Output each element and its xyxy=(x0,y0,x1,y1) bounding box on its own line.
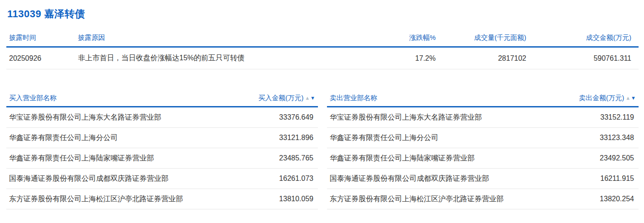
sell-amount-sort-control[interactable]: 卖出金额(万元) ▲ ▼ xyxy=(579,94,636,102)
summary-data-row: 20250926 非上市首日，当日收盘价涨幅达15%的前五只可转债 17.2% … xyxy=(6,48,639,69)
branch-name: 东方证券股份有限公司上海松江区沪亭北路证券营业部 xyxy=(330,194,504,204)
branch-name: 华鑫证券有限责任公司上海陆家嘴证券营业部 xyxy=(9,154,154,163)
summary-header-reason: 披露原因 xyxy=(78,34,322,42)
buy-table-header-row: 买入营业部名称 买入金额(万元) ▲ ▼ xyxy=(6,94,318,107)
buy-sort-icons: ▲ ▼ xyxy=(305,96,315,101)
branch-name: 华鑫证券有限责任公司上海分公司 xyxy=(9,133,118,143)
branch-amount: 33376.649 xyxy=(274,113,313,121)
summary-header-row: 披露时间 披露原因 涨跌幅% 成交量(千元面额) 成交金额(万元) xyxy=(6,34,639,48)
disclosure-summary-table: 披露时间 披露原因 涨跌幅% 成交量(千元面额) 成交金额(万元) 202509… xyxy=(6,34,639,69)
branch-amount: 13810.059 xyxy=(274,195,313,203)
sell-branch-table: 卖出营业部名称 卖出金额(万元) ▲ ▼ 华宝证券股份有限公司上海东大名路证券营… xyxy=(327,94,639,209)
table-row: 华鑫证券有限责任公司上海陆家嘴证券营业部 23485.765 xyxy=(6,148,318,169)
branch-name: 华鑫证券有限责任公司上海分公司 xyxy=(330,133,438,143)
buy-branch-name-header: 买入营业部名称 xyxy=(9,94,57,102)
summary-header-time: 披露时间 xyxy=(9,34,78,42)
branch-name: 华宝证券股份有限公司上海东大名路证券营业部 xyxy=(9,113,161,122)
table-row: 华宝证券股份有限公司上海东大名路证券营业部 33376.649 xyxy=(6,107,318,128)
branch-amount: 33123.348 xyxy=(594,134,634,142)
branch-name: 国泰海通证券股份有限公司成都双庆路证券营业部 xyxy=(330,174,489,184)
table-row: 国泰海通证券股份有限公司成都双庆路证券营业部 16261.073 xyxy=(6,169,318,189)
summary-header-volume: 成交量(千元面额) xyxy=(436,34,526,42)
summary-header-amount: 成交金额(万元) xyxy=(526,34,631,42)
trade-volume: 2817102 xyxy=(436,54,526,63)
trade-amount: 590761.311 xyxy=(526,54,631,63)
table-row: 华鑫证券有限责任公司上海陆家嘴证券营业部 23492.505 xyxy=(327,148,639,169)
branch-name: 国泰海通证券股份有限公司成都双庆路证券营业部 xyxy=(9,174,168,184)
branch-amount: 16261.073 xyxy=(274,175,313,183)
sell-table-header-row: 卖出营业部名称 卖出金额(万元) ▲ ▼ xyxy=(327,94,639,107)
bond-disclosure-page: 113039 嘉泽转债 披露时间 披露原因 涨跌幅% 成交量(千元面额) 成交金… xyxy=(0,0,644,209)
summary-header-change: 涨跌幅% xyxy=(322,34,436,42)
branch-amount: 13820.254 xyxy=(594,195,634,203)
table-row: 华宝证券股份有限公司上海东大名路证券营业部 33152.119 xyxy=(327,107,639,128)
disclosure-reason: 非上市首日，当日收盘价涨幅达15%的前五只可转债 xyxy=(78,53,322,63)
disclosure-date: 20250926 xyxy=(9,54,78,63)
branch-amount: 16211.915 xyxy=(595,175,634,183)
branch-name: 东方证券股份有限公司上海松江区沪亭北路证券营业部 xyxy=(9,194,183,204)
change-percent: 17.2% xyxy=(322,54,436,63)
branch-tables-section: 买入营业部名称 买入金额(万元) ▲ ▼ 华宝证券股份有限公司上海东大名路证券营… xyxy=(6,94,639,209)
branch-amount: 23492.505 xyxy=(594,154,634,162)
branch-amount: 33152.119 xyxy=(595,113,634,121)
sell-sort-icons: ▲ ▼ xyxy=(625,96,636,101)
table-row: 华鑫证券有限责任公司上海分公司 33123.348 xyxy=(327,128,639,148)
buy-branch-table: 买入营业部名称 买入金额(万元) ▲ ▼ 华宝证券股份有限公司上海东大名路证券营… xyxy=(6,94,318,209)
branch-amount: 23485.765 xyxy=(274,154,313,162)
branch-name: 华鑫证券有限责任公司上海陆家嘴证券营业部 xyxy=(330,154,475,163)
branch-name: 华宝证券股份有限公司上海东大名路证券营业部 xyxy=(330,113,482,122)
sort-descending-icon[interactable]: ▼ xyxy=(631,96,636,101)
table-row: 华鑫证券有限责任公司上海分公司 33121.896 xyxy=(6,128,318,148)
sort-ascending-icon[interactable]: ▲ xyxy=(625,96,630,101)
buy-amount-header: 买入金额(万元) xyxy=(258,94,303,102)
sell-branch-name-header: 卖出营业部名称 xyxy=(330,94,377,102)
table-row: 东方证券股份有限公司上海松江区沪亭北路证券营业部 13820.254 xyxy=(327,189,639,209)
sell-amount-header: 卖出金额(万元) xyxy=(579,94,624,102)
buy-amount-sort-control[interactable]: 买入金额(万元) ▲ ▼ xyxy=(258,94,315,102)
sort-ascending-icon[interactable]: ▲ xyxy=(305,96,310,101)
page-title: 113039 嘉泽转债 xyxy=(6,7,639,21)
table-row: 国泰海通证券股份有限公司成都双庆路证券营业部 16211.915 xyxy=(327,169,639,189)
branch-amount: 33121.896 xyxy=(274,134,313,142)
sort-descending-icon[interactable]: ▼ xyxy=(310,96,315,101)
table-row: 东方证券股份有限公司上海松江区沪亭北路证券营业部 13810.059 xyxy=(6,189,318,209)
